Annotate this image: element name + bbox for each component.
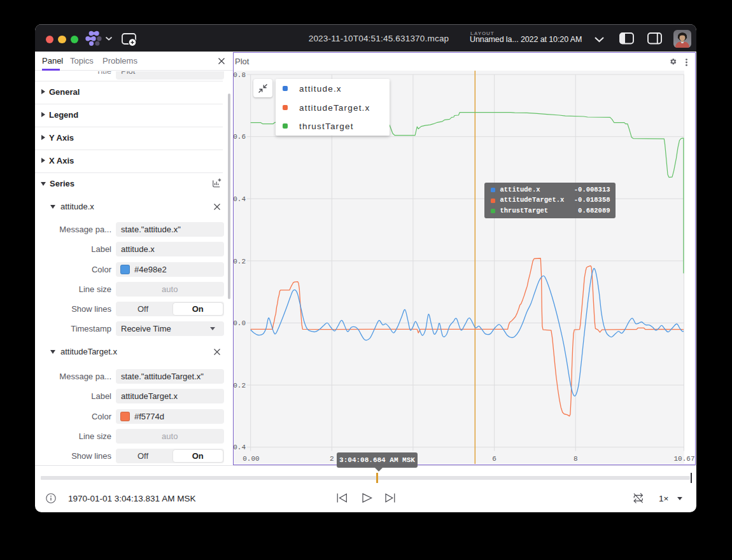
svg-text:-0.2: -0.2 — [234, 382, 246, 389]
svg-text:0.6: 0.6 — [234, 133, 246, 141]
svg-text:0.2: 0.2 — [234, 258, 246, 265]
svg-text:0.00: 0.00 — [243, 455, 259, 463]
svg-text:0.4: 0.4 — [234, 195, 246, 203]
svg-text:10.67: 10.67 — [673, 455, 694, 463]
svg-text:2: 2 — [329, 455, 334, 463]
svg-text:6: 6 — [492, 455, 496, 463]
svg-text:0.0: 0.0 — [234, 319, 246, 327]
svg-text:0.8: 0.8 — [234, 71, 246, 79]
svg-text:8: 8 — [573, 455, 577, 463]
svg-text:-0.4: -0.4 — [234, 444, 246, 451]
